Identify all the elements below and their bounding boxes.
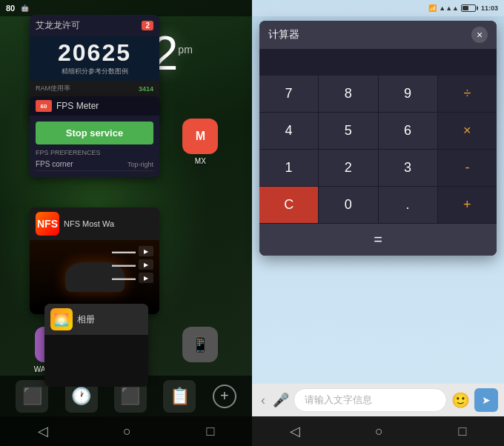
fps-widget-card: 60 FPS Meter Stop service FPS PREFERENCE… <box>30 96 159 177</box>
nfs-card[interactable]: NFS NFS Most Wa ▬▬▬▬ ▶ ▬▬▬▬ ▶ <box>30 207 159 314</box>
stop-service-button[interactable]: Stop service <box>36 122 153 144</box>
signal-icon: ▲▲▲ <box>439 4 459 12</box>
microphone-button[interactable]: 🎤 <box>273 392 289 408</box>
fps-widget-title: FPS Meter <box>56 101 99 111</box>
bottom-input-bar: ‹ 🎤 请输入文字信息 🙂 ➤ <box>252 384 504 416</box>
album-icon: 🌅 <box>50 308 73 330</box>
nfs-menu-text-3: ▬▬▬▬ <box>112 275 136 282</box>
fps-stat-ram: RAM使用率 3414 <box>36 84 153 93</box>
recent-button-right[interactable]: □ <box>458 424 466 439</box>
text-input-field[interactable]: 请输入文字信息 <box>294 388 447 412</box>
back-button-right[interactable]: ◁ <box>290 423 300 439</box>
calc-btn-5[interactable]: 5 <box>319 113 377 149</box>
calc-btn-7[interactable]: 7 <box>259 76 318 112</box>
calc-btn-clear[interactable]: C <box>259 187 318 223</box>
nfs-card-header: NFS NFS Most Wa <box>30 207 159 240</box>
status-icons-left: 🤖 <box>21 4 29 12</box>
album-card[interactable]: 🌅 相册 <box>44 304 148 387</box>
status-time-left: 80 <box>6 4 15 13</box>
notes-shortcut[interactable]: 📋 <box>163 380 196 413</box>
calc-btn-multiply[interactable]: × <box>438 113 497 149</box>
calc-btn-6[interactable]: 6 <box>379 113 437 149</box>
calculator-title: 计算器 <box>268 28 471 41</box>
apps-icon: ⬛ <box>120 387 140 406</box>
home-button-right[interactable]: ○ <box>375 424 383 439</box>
album-title: 相册 <box>77 313 95 326</box>
close-icon: × <box>477 29 483 41</box>
calculator-icon: ⬛ <box>22 387 42 406</box>
input-placeholder: 请输入文字信息 <box>305 394 372 405</box>
calculator-titlebar: 计算器 × <box>259 21 497 49</box>
plus-icon: + <box>220 387 229 405</box>
fps-card-header: 艾龙龙许可 2 <box>30 15 159 36</box>
send-icon: ➤ <box>482 394 491 406</box>
calculator-display <box>259 49 497 76</box>
fps-pref-corner-label: FPS corner <box>36 160 73 168</box>
calc-btn-0[interactable]: 0 <box>319 187 377 223</box>
nfs-icon: NFS <box>36 212 59 236</box>
battery-indicator <box>461 4 476 12</box>
nfs-menu-arrow-3: ▶ <box>139 273 153 283</box>
notes-icon: 📋 <box>170 387 190 406</box>
calc-btn-plus[interactable]: + <box>438 187 497 223</box>
left-panel: 80 🤖 11:02pm 3月5日 周二 💬 微信 百 百度输入法 M MX <box>0 0 252 446</box>
calc-btn-decimal[interactable]: . <box>379 187 437 223</box>
status-bar-left: 80 🤖 <box>0 0 252 16</box>
calc-btn-3[interactable]: 3 <box>379 150 437 186</box>
nfs-menu: ▬▬▬▬ ▶ ▬▬▬▬ ▶ ▬▬▬▬ ▶ <box>112 246 153 283</box>
calc-btn-minus[interactable]: - <box>438 150 497 186</box>
fps-widget-header: 60 FPS Meter <box>30 96 159 116</box>
calc-btn-2[interactable]: 2 <box>319 150 377 186</box>
fps-ram-label: RAM使用率 <box>36 84 70 93</box>
fps-pref-heading: FPS PREFERENCES <box>36 149 153 156</box>
right-panel: 📶 ▲▲▲ 11:03 包oO 包oO s.dgtle.com/42094-1-… <box>252 0 504 446</box>
send-button[interactable]: ➤ <box>474 388 498 412</box>
fps-pref-corner-val: Top-right <box>127 161 153 168</box>
calculator-close-button[interactable]: × <box>471 27 488 43</box>
fps-counter-number: 20625 <box>36 39 153 67</box>
input-back-button[interactable]: ‹ <box>258 390 268 411</box>
fps-pref-corner: FPS corner Top-right <box>36 158 153 171</box>
calc-btn-4[interactable]: 4 <box>259 113 318 149</box>
fps-app-name: 艾龙龙许可 <box>36 19 137 32</box>
calc-btn-equals[interactable]: = <box>259 224 497 256</box>
home-button-left[interactable]: ○ <box>123 424 131 439</box>
nav-bar-right: ◁ ○ □ <box>252 416 504 446</box>
status-bar-right: 📶 ▲▲▲ 11:03 <box>252 0 504 16</box>
nfs-card-body: ▬▬▬▬ ▶ ▬▬▬▬ ▶ ▬▬▬▬ ▶ <box>30 240 159 314</box>
nav-bar-left: ◁ ○ □ <box>0 416 252 446</box>
nfs-menu-item-2[interactable]: ▬▬▬▬ ▶ <box>112 259 153 270</box>
calc-btn-9[interactable]: 9 <box>379 76 437 112</box>
fps-widget-body: Stop service FPS PREFERENCES FPS corner … <box>30 116 159 177</box>
nfs-menu-item-3[interactable]: ▬▬▬▬ ▶ <box>112 273 153 283</box>
wifi-icon: 📶 <box>428 4 437 12</box>
nfs-menu-text-1: ▬▬▬▬ <box>112 248 136 255</box>
fps-ram-val: 3414 <box>139 85 153 93</box>
overlay-cards: 艾龙龙许可 2 20625 精细积分参考分数图例 RAM使用率 3414 CPU… <box>22 15 252 387</box>
nfs-menu-arrow-2: ▶ <box>139 259 153 270</box>
calculator-buttons: 7 8 9 ÷ 4 5 6 × 1 2 3 - C 0 . + = <box>259 76 497 256</box>
calc-btn-8[interactable]: 8 <box>319 76 377 112</box>
emoji-button[interactable]: 🙂 <box>451 391 470 409</box>
fps-badge: 2 <box>142 21 153 30</box>
clock-icon: 🕐 <box>71 387 91 406</box>
nfs-menu-arrow-1: ▶ <box>139 246 153 256</box>
nfs-menu-item-1[interactable]: ▬▬▬▬ ▶ <box>112 246 153 256</box>
android-icon: 🤖 <box>21 4 29 12</box>
status-icons-right: 📶 ▲▲▲ 11:03 <box>428 4 498 12</box>
fps-meter-icon: 60 <box>36 100 52 112</box>
add-widget-button[interactable]: + <box>213 385 236 408</box>
calc-btn-divide[interactable]: ÷ <box>438 76 497 112</box>
nfs-title: NFS Most Wa <box>64 219 114 228</box>
back-button-left[interactable]: ◁ <box>38 423 48 439</box>
nfs-menu-text-2: ▬▬▬▬ <box>112 262 136 268</box>
recent-button-left[interactable]: □ <box>206 424 214 439</box>
battery-fill <box>462 6 468 10</box>
calculator-shortcut[interactable]: ⬛ <box>16 380 48 413</box>
fps-counter-sublabel: 精细积分参考分数图例 <box>36 67 153 76</box>
fps-counter-display: 20625 精细积分参考分数图例 <box>30 36 159 81</box>
status-time-right: 11:03 <box>481 4 498 12</box>
calc-btn-1[interactable]: 1 <box>259 150 318 186</box>
album-header: 🌅 相册 <box>44 304 148 335</box>
calculator-modal: 计算器 × 7 8 9 ÷ 4 5 6 × 1 2 3 - C 0 . + = <box>259 21 497 256</box>
